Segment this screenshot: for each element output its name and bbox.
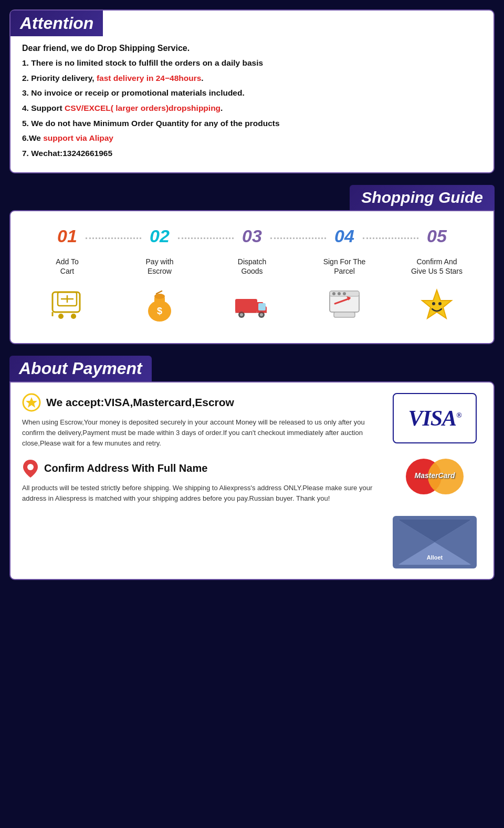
attention-item-1: 1. There is no limited stock to fulfill … — [22, 57, 482, 69]
steps-icons-row: $ — [21, 286, 483, 323]
money-bag-svg: $ — [143, 287, 176, 323]
svg-text:$: $ — [157, 306, 162, 316]
accept-row: We accept:VISA,Mastercard,Escrow — [22, 393, 377, 412]
shopping-guide-title-wrap: Shopping Guide — [9, 185, 495, 210]
star-shield-icon — [22, 393, 41, 412]
steps-labels-row: Add ToCart Pay withEscrow DispatchGoods … — [21, 257, 483, 281]
money-bag-icon: $ — [143, 286, 176, 323]
attention-section: Attention Dear friend, we do Drop Shippi… — [9, 9, 495, 173]
confirm-title: Confirm Address With Full Name — [44, 462, 207, 474]
step-3-number: 03 — [242, 226, 262, 246]
svg-point-4 — [58, 314, 64, 319]
parcel-sign-icon — [328, 286, 361, 323]
svg-point-22 — [332, 292, 335, 295]
step-dots-2 — [178, 237, 234, 239]
attention-title: Attention — [10, 11, 103, 36]
payment-body: We accept:VISA,Mastercard,Escrow When us… — [9, 381, 495, 580]
step-label-4: Sign For TheParcel — [298, 257, 391, 281]
svg-point-5 — [71, 314, 76, 319]
svg-rect-0 — [52, 292, 80, 312]
attention-item-7: 7. Wechat:13242661965 — [22, 148, 482, 159]
payment-section: About Payment We accept:VISA,Mastercard,… — [9, 356, 495, 580]
attention-item-4: 4. Support CSV/EXCEL( larger orders)drop… — [22, 102, 482, 114]
step-label-5: Confirm AndGive Us 5 Stars — [391, 257, 483, 281]
svg-rect-27 — [334, 312, 355, 317]
envelope-body: Alloet — [398, 520, 471, 565]
svg-point-33 — [27, 464, 34, 470]
step-2-label: Pay withEscrow — [146, 257, 174, 276]
payment-title: About Payment — [9, 356, 152, 381]
accept-title: We accept:VISA,Mastercard,Escrow — [46, 396, 234, 409]
svg-rect-12 — [235, 299, 257, 313]
svg-line-11 — [156, 291, 162, 294]
confirm-row: Confirm Address With Full Name — [22, 459, 377, 479]
envelope-inner: Alloet — [398, 520, 471, 565]
alipay-text: support via Alipay — [43, 133, 113, 142]
step-dots-4 — [363, 237, 418, 239]
envelope-label: Alloet — [427, 554, 443, 561]
step-icon-4 — [298, 286, 391, 323]
payment-left: We accept:VISA,Mastercard,Escrow When us… — [22, 393, 377, 568]
step-5-number: 05 — [427, 226, 447, 246]
envelope-wrap: Alloet — [393, 516, 477, 568]
shopping-guide-title: Shopping Guide — [350, 185, 495, 210]
step-icon-3 — [206, 286, 298, 323]
step-1-label: Add ToCart — [56, 257, 78, 276]
attention-item-3: 3. No invoice or receip or promotional m… — [22, 87, 482, 99]
step-icon-2: $ — [113, 286, 206, 323]
svg-point-23 — [338, 292, 341, 295]
svg-point-30 — [438, 302, 442, 305]
shopping-guide-section: Shopping Guide 01 02 03 04 05 — [9, 185, 495, 344]
payment-right: VISA® MasterCard Alloet — [387, 393, 482, 568]
cart-svg — [50, 288, 84, 322]
step-label-3: DispatchGoods — [206, 257, 298, 281]
step-3-label: DispatchGoods — [238, 257, 266, 276]
attention-intro: Dear friend, we do Drop Shipping Service… — [22, 44, 482, 53]
mastercard-label: MasterCard — [406, 471, 464, 480]
step-1: 01 — [21, 226, 113, 250]
csv-excel-text: CSV/EXCEL( larger orders)dropshipping — [65, 104, 220, 112]
step-5-label: Confirm AndGive Us 5 Stars — [411, 257, 463, 276]
svg-point-29 — [432, 302, 435, 305]
svg-point-10 — [154, 294, 165, 299]
visa-text: VISA® — [408, 406, 461, 431]
step-4-label: Sign For TheParcel — [323, 257, 366, 276]
step-1-number: 01 — [57, 226, 77, 246]
escrow-desc: When using Escrow,Your money is deposite… — [22, 417, 377, 449]
parcel-svg — [328, 289, 361, 320]
svg-point-16 — [240, 313, 243, 316]
step-2-number: 02 — [150, 226, 170, 246]
mc-circles: MasterCard — [406, 459, 464, 501]
attention-list: 1. There is no limited stock to fulfill … — [22, 57, 482, 159]
cart-icon — [50, 286, 84, 323]
truck-icon — [234, 286, 270, 323]
fast-delivery-text: fast delivery in 24−48hours — [97, 74, 201, 82]
star-svg — [420, 288, 454, 322]
svg-point-24 — [343, 292, 346, 295]
mastercard-wrap: MasterCard — [393, 451, 477, 509]
step-dots-3 — [270, 237, 326, 239]
location-pin-icon — [22, 459, 39, 479]
step-label-1: Add ToCart — [21, 257, 113, 281]
svg-marker-32 — [26, 397, 37, 408]
shopping-guide-body: 01 02 03 04 05 Add ToCart — [9, 210, 495, 344]
step-label-2: Pay withEscrow — [113, 257, 206, 281]
attention-item-6: 6.We support via Alipay — [22, 132, 482, 144]
step-dots-1 — [86, 237, 141, 239]
step-4-number: 04 — [334, 226, 354, 246]
svg-marker-28 — [422, 290, 452, 318]
star-icon — [420, 286, 454, 323]
svg-rect-14 — [258, 303, 266, 310]
truck-svg — [234, 291, 270, 319]
attention-body: Dear friend, we do Drop Shipping Service… — [10, 44, 494, 159]
step-icon-1 — [21, 286, 113, 323]
visa-card: VISA® — [393, 393, 477, 443]
steps-numbers-row: 01 02 03 04 05 — [21, 226, 483, 250]
step-icon-5 — [391, 286, 483, 323]
svg-point-18 — [260, 313, 263, 316]
confirm-desc: All products will be tested strictly bef… — [22, 483, 377, 504]
attention-item-2: 2. Priority delivery, fast delivery in 2… — [22, 73, 482, 84]
attention-item-5: 5. We do not have Minimum Order Quantity… — [22, 118, 482, 129]
